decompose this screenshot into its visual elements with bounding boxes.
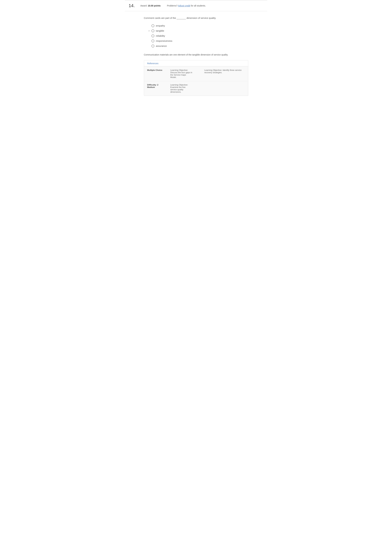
problems-text: Problems? Adjust credit for all students… <box>167 4 206 7</box>
choice-item-tangible[interactable]: → tangible <box>148 29 248 32</box>
ref-row1-col1: Multiple Choice <box>144 66 167 81</box>
references-tab[interactable]: References <box>144 60 248 66</box>
ref-row2-col3 <box>201 81 248 96</box>
choice-label-assurance: assurance <box>156 45 167 47</box>
adjust-credit-link[interactable]: Adjust credit <box>178 4 190 7</box>
ref-row1-col2: Learning Objective:Discuss the four gaps… <box>167 66 201 81</box>
for-all-students: for all students. <box>191 4 206 7</box>
award-text: Award: 10.00 points <box>140 4 161 7</box>
choice-label-empathy: empathy <box>156 24 165 27</box>
radio-tangible[interactable] <box>152 29 154 32</box>
references-container: References Multiple Choice Learning Obje… <box>144 60 248 96</box>
choice-item-assurance[interactable]: → assurance <box>148 45 248 48</box>
page-wrapper: 14. Award: 10.00 points Problems? Adjust… <box>125 0 267 101</box>
references-table: Multiple Choice Learning Objective:Discu… <box>144 66 248 96</box>
ref-row2-col1: Difficulty: 2Medium <box>144 81 167 96</box>
choice-label-reliability: reliability <box>156 35 165 37</box>
choice-item-responsiveness[interactable]: → responsiveness <box>148 40 248 42</box>
references-tab-label[interactable]: References <box>147 62 159 65</box>
award-points: 10.00 points <box>148 4 161 7</box>
radio-responsiveness[interactable] <box>152 40 154 42</box>
question-header: 14. Award: 10.00 points Problems? Adjust… <box>125 0 267 11</box>
ref-row1-col3: Learning Objective: Identify three servi… <box>201 66 248 81</box>
choice-item-empathy[interactable]: → empathy <box>148 24 248 27</box>
references-row-2: Difficulty: 2Medium Learning Objective:E… <box>144 81 248 96</box>
question-body: Comment cards are part of the _______ di… <box>125 11 267 101</box>
radio-assurance[interactable] <box>152 45 154 48</box>
problems-label: Problems? <box>167 4 178 7</box>
ref-row2-col2: Learning Objective:Examine the fiveservi… <box>167 81 201 96</box>
radio-reliability[interactable] <box>152 35 154 37</box>
award-label: Award: <box>140 4 147 7</box>
explanation-text: Communication materials are one element … <box>144 53 248 56</box>
choice-item-reliability[interactable]: → reliability <box>148 35 248 37</box>
choice-label-tangible: tangible <box>156 29 164 32</box>
question-number: 14. <box>129 3 137 8</box>
radio-empathy[interactable] <box>152 24 154 27</box>
choices-list: → empathy → tangible → reliability → res… <box>148 24 248 48</box>
choice-label-responsiveness: responsiveness <box>156 40 172 42</box>
references-row-1: Multiple Choice Learning Objective:Discu… <box>144 66 248 81</box>
question-text: Comment cards are part of the _______ di… <box>144 16 248 20</box>
arrow-tangible: → <box>148 29 150 32</box>
